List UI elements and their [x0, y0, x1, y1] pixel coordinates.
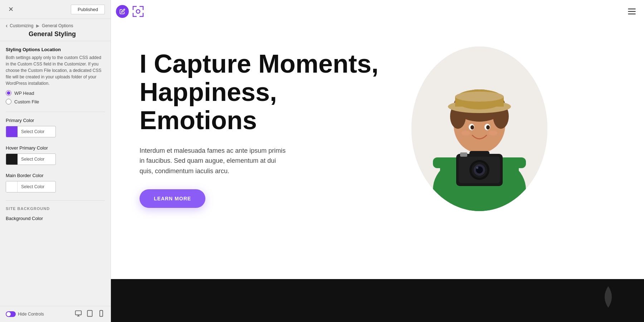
- svg-rect-5: [100, 311, 103, 317]
- hamburger-menu-button[interactable]: [627, 6, 637, 19]
- hero-person-illustration: [411, 47, 547, 211]
- svg-point-7: [136, 10, 140, 13]
- svg-rect-29: [433, 157, 451, 168]
- svg-point-25: [470, 125, 474, 130]
- main-border-color-select-label: Select Color: [18, 184, 48, 189]
- page-title: General Styling: [29, 29, 76, 38]
- styling-options-description: Both settings apply only to the custom C…: [6, 54, 105, 87]
- primary-color-picker[interactable]: Select Color: [6, 126, 56, 137]
- main-border-color-swatch: [6, 181, 18, 192]
- site-background-heading: SITE BACKGROUND: [6, 206, 105, 211]
- learn-more-button[interactable]: LEARN MORE: [140, 189, 205, 208]
- left-panel: ✕ Published ‹ Customizing ▶ General Opti…: [0, 0, 111, 322]
- hover-primary-color-swatch: [6, 154, 18, 165]
- main-border-color-label: Main Border Color: [6, 173, 105, 178]
- radio-custom-file-label: Custom File: [14, 99, 39, 104]
- radio-group: WP Head Custom File: [6, 90, 105, 104]
- hero-title: I Capture Moments, Happiness, Emotions: [140, 50, 390, 135]
- main-border-color-picker[interactable]: Select Color: [6, 181, 56, 192]
- hover-primary-color-group: Hover Primary Color Select Color: [6, 145, 105, 165]
- svg-point-37: [476, 167, 478, 169]
- svg-point-27: [462, 131, 470, 136]
- frame-button[interactable]: [132, 5, 145, 18]
- pencil-edit-button[interactable]: [116, 5, 129, 18]
- bottom-bar: Hide Controls: [0, 306, 111, 322]
- svg-rect-39: [460, 152, 467, 157]
- styling-options-label: Styling Options Location: [6, 47, 105, 52]
- main-border-color-group: Main Border Color Select Color: [6, 173, 105, 192]
- desktop-view-button[interactable]: [75, 310, 82, 318]
- background-color-label: Background Color: [6, 216, 105, 221]
- primary-color-group: Primary Color Select Color: [6, 118, 105, 137]
- svg-rect-3: [87, 311, 92, 317]
- mobile-view-button[interactable]: [98, 310, 105, 318]
- hero-section: I Capture Moments, Happiness, Emotions I…: [111, 0, 644, 250]
- radio-custom-file[interactable]: Custom File: [6, 99, 105, 104]
- styling-options-group: Styling Options Location Both settings a…: [6, 47, 105, 104]
- hide-controls-toggle[interactable]: Hide Controls: [6, 311, 44, 317]
- hover-primary-color-picker[interactable]: Select Color: [6, 153, 56, 165]
- primary-color-swatch: [6, 126, 18, 137]
- desktop-icon: [75, 310, 82, 317]
- hero-description: Interdum et malesuada fames ac ante ipsu…: [140, 146, 290, 176]
- primary-color-select-label: Select Color: [18, 129, 48, 134]
- hover-primary-color-select-label: Select Color: [18, 157, 48, 162]
- svg-rect-38: [469, 151, 489, 157]
- published-button[interactable]: Published: [71, 5, 105, 14]
- svg-point-28: [489, 131, 497, 136]
- radio-wp-head-label: WP Head: [14, 91, 34, 96]
- frame-icon: [132, 5, 145, 18]
- tablet-view-button[interactable]: [86, 310, 93, 318]
- preview-area: I Capture Moments, Happiness, Emotions I…: [111, 0, 644, 322]
- background-color-group: Background Color: [6, 216, 105, 221]
- svg-point-22: [455, 92, 504, 102]
- toggle-icon: [6, 311, 16, 317]
- breadcrumb: Customizing ▶ General Options: [10, 23, 73, 28]
- view-icons: [75, 310, 105, 318]
- top-bar: ✕ Published: [0, 0, 111, 19]
- panel-content: Styling Options Location Both settings a…: [0, 41, 111, 306]
- bottom-decoration-icon: [594, 283, 623, 311]
- hero-image: [411, 47, 547, 211]
- close-button[interactable]: ✕: [6, 4, 16, 14]
- svg-point-26: [486, 125, 490, 130]
- mobile-icon: [98, 310, 105, 317]
- hide-controls-label: Hide Controls: [18, 312, 44, 317]
- hover-primary-color-label: Hover Primary Color: [6, 145, 105, 151]
- hero-content: I Capture Moments, Happiness, Emotions I…: [140, 50, 390, 208]
- bottom-bar-decoration: [111, 279, 644, 322]
- pencil-icon: [119, 9, 125, 14]
- hamburger-icon: [627, 6, 637, 16]
- tablet-icon: [86, 310, 93, 317]
- back-button[interactable]: ‹: [6, 23, 8, 29]
- svg-rect-0: [75, 311, 82, 315]
- preview-toolbar: [116, 5, 145, 18]
- divider-2: [6, 200, 105, 201]
- divider-1: [6, 112, 105, 112]
- radio-wp-head[interactable]: WP Head: [6, 90, 105, 96]
- svg-rect-30: [507, 157, 526, 168]
- primary-color-label: Primary Color: [6, 118, 105, 123]
